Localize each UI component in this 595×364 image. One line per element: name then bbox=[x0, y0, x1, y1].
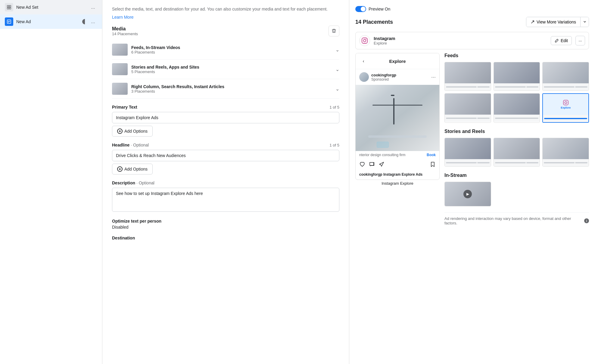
headline-add-options-button[interactable]: + Add Options bbox=[112, 164, 153, 174]
feeds-thumb-1[interactable] bbox=[444, 62, 491, 91]
preview-panel: Preview On 14 Placements View More Varia… bbox=[349, 0, 595, 364]
optimize-value: Disabled bbox=[112, 225, 339, 230]
feeds-section-title: Feeds bbox=[444, 53, 589, 58]
ad-more-btn[interactable]: ... bbox=[89, 17, 97, 26]
half-circle-icon bbox=[82, 19, 88, 24]
instream-thumbnail-grid: ▶ bbox=[444, 182, 589, 206]
feeds-thumb-bottom-5 bbox=[494, 115, 540, 122]
stories-thumb-bottom-2 bbox=[494, 159, 540, 166]
platform-more-button[interactable]: ··· bbox=[575, 36, 585, 45]
sidebar: New Ad Set ... New Ad ... bbox=[0, 0, 102, 364]
thumb-line-2a bbox=[495, 86, 526, 88]
placement-row-right-col[interactable]: Right Column, Search Results, Instant Ar… bbox=[112, 79, 339, 99]
platform-more-icon: ··· bbox=[578, 39, 582, 43]
ig-back-button[interactable]: ‹ bbox=[359, 57, 368, 65]
placement-info-right-col: Right Column, Search Results, Instant Ar… bbox=[131, 84, 332, 94]
ig-bookmark-icon[interactable] bbox=[430, 161, 436, 169]
feeds-thumb-bottom-4 bbox=[445, 115, 491, 122]
primary-add-options-button[interactable]: + Add Options bbox=[112, 126, 153, 137]
placement-count-feeds: 6 Placements bbox=[131, 50, 332, 54]
sidebar-item-adset[interactable]: New Ad Set ... bbox=[0, 0, 102, 14]
placement-name-stories: Stories and Reels, Apps and Sites bbox=[131, 65, 332, 69]
preview-right: Feeds bbox=[444, 53, 589, 229]
placement-info-feeds: Feeds, In-Stream Videos 6 Placements bbox=[131, 45, 332, 54]
chevron-stories: ⌄ bbox=[335, 66, 339, 72]
ig-actions-row bbox=[356, 159, 439, 171]
preview-left: ‹ Explore cookingforgp Sponsored bbox=[355, 53, 440, 229]
preview-toggle-switch[interactable] bbox=[355, 6, 366, 12]
ig-image-content bbox=[356, 85, 439, 151]
description-input[interactable]: See how to set up Instagram Explore Ads … bbox=[112, 188, 339, 212]
preview-toggle: Preview On bbox=[355, 6, 390, 12]
platform-name: Instagram bbox=[374, 36, 395, 41]
feeds-thumb-img-5 bbox=[494, 94, 540, 115]
stories-thumb-1[interactable] bbox=[444, 138, 491, 167]
stories-line-2b bbox=[526, 162, 539, 163]
stories-thumb-bottom-1 bbox=[445, 159, 491, 166]
ig-sponsored-label: Sponsored bbox=[371, 77, 396, 82]
edit-icon bbox=[555, 39, 559, 43]
instream-thumb-1[interactable]: ▶ bbox=[444, 182, 491, 206]
primary-text-header: Primary Text 1 of 5 bbox=[112, 105, 339, 110]
thumb-line-ig-a bbox=[544, 118, 587, 119]
external-link-icon bbox=[531, 20, 535, 24]
headline-add-options-label: Add Options bbox=[124, 167, 148, 171]
ig-book-button[interactable]: Book bbox=[427, 153, 436, 157]
stories-thumb-3[interactable] bbox=[542, 138, 589, 167]
ig-explore-title: Explore bbox=[368, 59, 427, 64]
media-section-header: Media 14 Placements bbox=[112, 26, 339, 36]
ig-heart-icon[interactable] bbox=[359, 161, 365, 169]
feeds-thumb-bottom-2 bbox=[494, 83, 540, 91]
ig-more-button[interactable]: ··· bbox=[431, 74, 436, 80]
media-placements-count: 14 Placements bbox=[112, 32, 138, 36]
ig-profile-info: cookingforgp Sponsored bbox=[371, 73, 396, 82]
feeds-thumb-2[interactable] bbox=[494, 62, 540, 91]
thumb-line-1a bbox=[446, 86, 477, 88]
info-icon: i bbox=[584, 218, 589, 223]
media-info: Media 14 Placements bbox=[112, 26, 138, 36]
placement-info-stories: Stories and Reels, Apps and Sites 5 Plac… bbox=[131, 65, 332, 74]
feeds-thumb-ig-explore[interactable]: Explore bbox=[542, 93, 589, 123]
learn-more-link[interactable]: Learn More bbox=[112, 15, 134, 20]
feeds-thumb-img-1 bbox=[445, 62, 491, 83]
adset-more-btn[interactable]: ... bbox=[89, 3, 97, 11]
feeds-thumb-5[interactable] bbox=[494, 93, 540, 123]
footer-text-content: Ad rendering and interaction may vary ba… bbox=[444, 216, 582, 225]
feeds-thumb-img-4 bbox=[445, 94, 491, 115]
sidebar-item-ad[interactable]: New Ad ... bbox=[0, 14, 102, 29]
primary-text-input[interactable] bbox=[112, 112, 339, 123]
description-header: Description · Optional bbox=[112, 180, 339, 185]
description-label: Description · Optional bbox=[112, 180, 154, 185]
headline-add-options-plus-icon: + bbox=[117, 166, 123, 172]
svg-rect-7 bbox=[362, 38, 367, 43]
adset-label: New Ad Set bbox=[16, 5, 86, 10]
chevron-down-icon bbox=[583, 20, 586, 23]
stories-thumb-2[interactable] bbox=[494, 138, 540, 167]
ig-share-icon[interactable] bbox=[378, 161, 385, 169]
stories-thumb-bottom-3 bbox=[543, 159, 589, 166]
platform-edit-button[interactable]: Edit bbox=[551, 36, 572, 45]
preview-header: Preview On bbox=[355, 6, 589, 12]
ad-actions: ... bbox=[82, 17, 97, 26]
feeds-thumb-3[interactable] bbox=[542, 62, 589, 91]
view-more-variations-button[interactable]: View More Variations bbox=[526, 17, 580, 27]
trash-button[interactable] bbox=[329, 26, 339, 36]
ig-footer-caption: Instagram Explore Ads bbox=[383, 172, 422, 177]
description-section: Description · Optional See how to set up… bbox=[112, 180, 339, 213]
placement-row-feeds[interactable]: Feeds, In-Stream Videos 6 Placements ⌄ bbox=[112, 40, 339, 60]
ig-ad-image bbox=[356, 85, 439, 151]
ig-comment-icon[interactable] bbox=[369, 161, 375, 169]
placement-row-stories[interactable]: Stories and Reels, Apps and Sites 5 Plac… bbox=[112, 60, 339, 79]
headline-section: Headline · Optional 1 of 5 + Add Options bbox=[112, 143, 339, 174]
instream-thumb-img-1: ▶ bbox=[445, 182, 491, 206]
thumb-line-3a bbox=[544, 86, 575, 88]
headline-input[interactable] bbox=[112, 150, 339, 161]
thumb-line-2b bbox=[526, 86, 539, 88]
trash-icon bbox=[332, 29, 336, 33]
stories-line-1a bbox=[446, 162, 477, 163]
feeds-thumb-4[interactable] bbox=[444, 93, 491, 123]
placement-count-right-col: 3 Placements bbox=[131, 89, 332, 94]
instagram-icon bbox=[359, 35, 370, 46]
variations-dropdown-button[interactable] bbox=[580, 17, 589, 27]
ad-icon bbox=[5, 17, 13, 26]
